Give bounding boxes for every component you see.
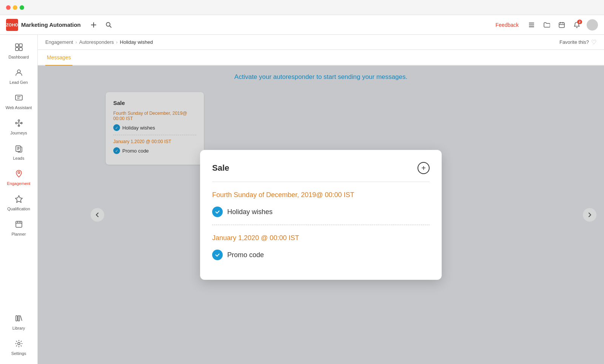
sidebar-item-qualification[interactable]: Qualification [2,191,36,215]
modal-section-divider [212,225,430,225]
breadcrumb-current: Holiday wished [120,39,153,45]
traffic-lights [6,5,24,10]
heart-icon: ♡ [591,39,596,46]
list-view-button[interactable] [526,20,537,30]
modal-title: Sale [212,163,229,173]
modal-item-1: Holiday wishes [212,207,430,217]
sidebar-item-dashboard[interactable]: Dashboard [2,39,36,63]
titlebar [0,0,604,15]
svg-rect-18 [16,221,22,227]
qualification-icon [15,195,23,205]
svg-point-16 [18,172,20,174]
app-title: Marketing Automation [21,22,81,28]
tabs-bar: Messages [38,50,604,66]
avatar[interactable] [587,19,598,31]
sidebar-label-engagement: Engagement [7,181,30,186]
svg-point-21 [18,342,20,345]
svg-point-11 [15,122,17,124]
svg-marker-17 [15,196,22,202]
planner-icon [15,220,23,230]
breadcrumb-autoresponders[interactable]: Autoresponders [79,39,114,45]
sidebar-item-planner[interactable]: Planner [2,216,36,240]
content-area: Engagement › Autoresponders › Holiday wi… [38,35,604,364]
search-button[interactable] [103,20,114,30]
sidebar-item-library[interactable]: Library [2,310,36,334]
modal-item-2: Promo code [212,250,430,260]
feedback-button[interactable]: Feedback [496,22,519,28]
breadcrumb-bar: Engagement › Autoresponders › Holiday wi… [38,35,604,50]
favorite-label: Favorite this? [559,39,589,45]
sidebar-item-journeys[interactable]: Journeys [2,115,36,139]
leads-icon [15,144,23,154]
sidebar-label-web-assistant: Web Assistant [6,105,32,110]
modal-header: Sale + [212,162,430,174]
calendar-button[interactable] [556,20,567,30]
library-icon [15,314,23,324]
svg-rect-10 [15,95,22,100]
svg-rect-20 [18,316,20,321]
topnav: ZOHO Marketing Automation Feedback [0,15,604,35]
tab-messages[interactable]: Messages [45,50,72,66]
svg-rect-6 [19,44,22,47]
dashboard-icon [15,43,23,53]
close-button[interactable] [6,5,11,10]
modal-divider-top [212,182,430,182]
svg-rect-4 [559,23,564,28]
notification-badge: 2 [577,20,582,24]
modal-date-2: January 1,2020 @ 00:00 IST [212,234,430,242]
sidebar-label-journeys: Journeys [10,131,27,135]
maximize-button[interactable] [20,5,24,10]
folder-button[interactable] [541,20,552,30]
favorite-area[interactable]: Favorite this? ♡ [559,39,596,46]
svg-rect-3 [529,26,534,27]
svg-point-12 [18,120,20,121]
sidebar-item-settings[interactable]: Settings [2,336,36,359]
sidebar-label-dashboard: Dashboard [9,55,29,59]
modal-overlay: Sale + Fourth Sunday of December, 2019@ … [38,66,604,364]
folder-icon [543,22,550,28]
notification-button[interactable]: 2 [572,20,582,30]
web-assistant-icon [15,94,23,104]
sidebar-item-web-assistant[interactable]: Web Assistant [2,90,36,114]
minimize-button[interactable] [13,5,17,10]
journeys-icon [15,119,23,129]
modal-card: Sale + Fourth Sunday of December, 2019@ … [200,150,442,280]
svg-rect-8 [19,48,22,51]
breadcrumb: Engagement › Autoresponders › Holiday wi… [45,39,153,45]
sidebar-label-planner: Planner [12,232,26,236]
sidebar-item-lead-gen[interactable]: Lead Gen [2,65,36,88]
modal-date-1: Fourth Sunday of December, 2019@ 00:00 I… [212,191,430,199]
breadcrumb-engagement[interactable]: Engagement [45,39,73,45]
sidebar-item-leads[interactable]: Leads [2,140,36,164]
svg-rect-5 [15,44,18,47]
check-icon-lg-2 [212,250,223,260]
logo-area: ZOHO Marketing Automation [6,19,81,31]
sidebar-label-lead-gen: Lead Gen [9,80,28,85]
main-layout: Dashboard Lead Gen Web Assistant [0,35,604,364]
topnav-right: 2 [526,19,598,31]
sidebar-label-leads: Leads [13,156,25,160]
search-icon [105,22,112,28]
plus-icon [90,22,97,28]
svg-rect-19 [16,316,17,321]
breadcrumb-sep-1: › [76,40,77,45]
modal-add-button[interactable]: + [418,162,430,174]
svg-point-9 [17,70,20,73]
lead-gen-icon [15,68,23,79]
sidebar-item-engagement[interactable]: Engagement [2,166,36,190]
add-button[interactable] [88,20,99,30]
check-icon-lg-1 [212,207,223,217]
settings-icon [15,339,23,350]
sidebar-label-library: Library [12,326,25,330]
breadcrumb-sep-2: › [116,40,118,45]
svg-rect-2 [529,25,534,25]
sidebar-label-settings: Settings [11,351,26,356]
sidebar: Dashboard Lead Gen Web Assistant [0,35,38,364]
page-body: Activate your autoresponder to start sen… [38,66,604,364]
svg-rect-7 [15,48,18,51]
calendar-icon [558,22,565,28]
list-view-icon [528,22,535,28]
zoho-logo: ZOHO [6,19,18,31]
sidebar-label-qualification: Qualification [7,207,30,211]
engagement-icon [15,170,23,180]
